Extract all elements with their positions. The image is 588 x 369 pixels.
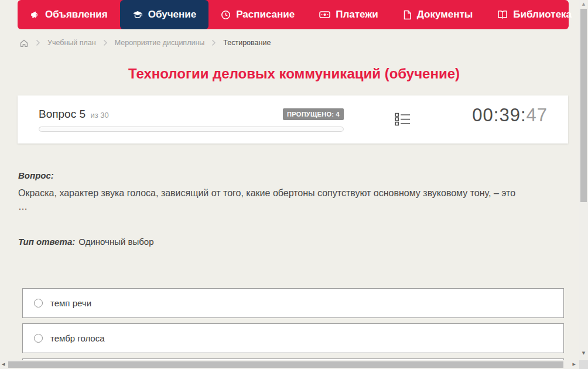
- scroll-down-arrow-icon[interactable]: ▼: [579, 351, 588, 356]
- horizontal-scrollbar[interactable]: ◀ ▶: [0, 360, 579, 369]
- breadcrumb-item-study-plan[interactable]: Учебный план: [47, 39, 96, 47]
- document-icon: [403, 10, 412, 20]
- nav-item-schedule[interactable]: Расписание: [208, 0, 307, 29]
- question-list-icon[interactable]: [395, 111, 411, 129]
- scroll-up-arrow-icon[interactable]: ▲: [579, 2, 588, 6]
- nav-item-announcements[interactable]: Объявления: [18, 0, 120, 29]
- horizontal-scrollbar-thumb[interactable]: [8, 361, 563, 368]
- progress-bar: [39, 127, 344, 132]
- scrollbar-corner: [579, 360, 588, 369]
- graduation-cap-icon: [132, 10, 143, 20]
- question-total: из 30: [90, 111, 108, 119]
- chevron-right-icon: [211, 39, 216, 46]
- question-panel: Вопрос 5 из 30 ПРОПУЩЕНО: 4 00:39:47: [18, 95, 568, 144]
- answer-type-label: Тип ответа:: [18, 237, 75, 247]
- chevron-right-icon: [36, 39, 40, 46]
- breadcrumb-item-testing: Тестирование: [223, 39, 271, 47]
- scroll-right-arrow-icon[interactable]: ▶: [573, 363, 576, 367]
- nav-item-label: Объявления: [45, 9, 108, 20]
- answer-option-label: темп речи: [50, 298, 91, 308]
- nav-item-documents[interactable]: Документы: [391, 0, 486, 29]
- page-title: Технологии деловых коммуникаций (обучени…: [0, 66, 588, 82]
- nav-item-label: Расписание: [236, 9, 295, 20]
- banknote-icon: [319, 10, 330, 19]
- answer-option[interactable]: темп речи: [22, 288, 564, 318]
- breadcrumb-item-discipline-event[interactable]: Мероприятие дисциплины: [115, 39, 205, 47]
- answer-type-value: Одиночный выбор: [78, 237, 153, 247]
- nav-item-library[interactable]: Библиотека: [485, 0, 588, 29]
- timer: 00:39:47: [472, 105, 548, 126]
- nav-item-payments[interactable]: Платежи: [307, 0, 391, 29]
- megaphone-icon: [30, 10, 40, 20]
- question-number: Вопрос 5: [39, 108, 86, 120]
- clock-icon: [221, 10, 231, 20]
- chevron-right-icon: [103, 39, 108, 46]
- question-text: Окраска, характер звука голоса, зависящи…: [18, 186, 565, 201]
- open-book-icon: [497, 10, 508, 19]
- radio-button[interactable]: [34, 299, 43, 308]
- nav-item-label: Библиотека: [513, 9, 572, 20]
- nav-item-label: Обучение: [148, 9, 196, 20]
- vertical-scrollbar[interactable]: ▲ ▼: [579, 0, 588, 369]
- nav-item-learning[interactable]: Обучение: [120, 0, 208, 29]
- vertical-scrollbar-thumb[interactable]: [580, 9, 587, 202]
- nav-item-label: Документы: [417, 9, 473, 20]
- timer-elapsed: 00:39:: [472, 105, 526, 125]
- breadcrumb: Учебный план Мероприятие дисциплины Тест…: [19, 37, 271, 49]
- answer-option[interactable]: тембр голоса: [22, 323, 564, 353]
- timer-seconds: 47: [527, 105, 548, 125]
- question-text-ellipsis: …: [18, 201, 28, 212]
- question-progress-block: Вопрос 5 из 30 ПРОПУЩЕНО: 4: [39, 108, 344, 132]
- question-label: Вопрос:: [18, 170, 54, 180]
- main-nav: Объявления Обучение Расписание Платежи Д…: [18, 0, 569, 29]
- radio-button[interactable]: [34, 334, 43, 343]
- scroll-left-arrow-icon[interactable]: ◀: [2, 363, 5, 367]
- home-icon[interactable]: [19, 39, 29, 47]
- answer-type: Тип ответа:Одиночный выбор: [18, 237, 154, 247]
- answer-option-label: тембр голоса: [50, 333, 105, 343]
- skipped-badge: ПРОПУЩЕНО: 4: [283, 108, 344, 120]
- nav-item-label: Платежи: [336, 9, 378, 20]
